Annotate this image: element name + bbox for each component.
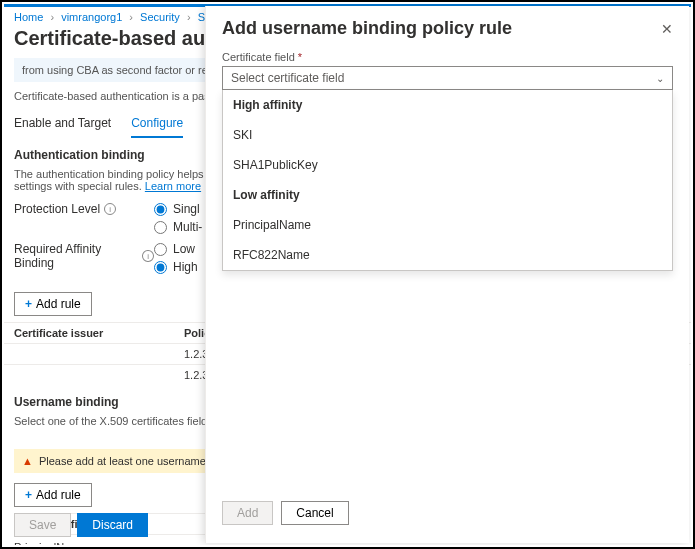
warning-icon: ▲ (22, 455, 33, 467)
chevron-right-icon: › (187, 11, 191, 23)
panel-cancel-button[interactable]: Cancel (281, 501, 348, 525)
dropdown-group-low: Low affinity (223, 180, 672, 210)
tab-enable-target[interactable]: Enable and Target (14, 110, 111, 138)
info-icon[interactable]: i (142, 250, 154, 262)
cert-field-dropdown: High affinity SKI SHA1PublicKey Low affi… (222, 90, 673, 271)
affinity-binding-label: Required Affinity Binding i (14, 242, 154, 270)
save-button: Save (14, 513, 71, 537)
learn-more-link[interactable]: Learn more (145, 180, 201, 192)
footer-actions: Save Discard (14, 513, 148, 537)
dropdown-item-ski[interactable]: SKI (223, 120, 672, 150)
plus-icon: + (25, 297, 32, 311)
username-add-rule-button[interactable]: + Add rule (14, 483, 92, 507)
tab-configure[interactable]: Configure (131, 110, 183, 138)
protection-level-label: Protection Level i (14, 202, 154, 216)
dropdown-item-principalname[interactable]: PrincipalName (223, 210, 672, 240)
auth-add-rule-button[interactable]: + Add rule (14, 292, 92, 316)
cert-field-label: Certificate field * (222, 51, 673, 63)
protection-multi-radio[interactable]: Multi- (154, 220, 202, 234)
affinity-high-radio[interactable]: High (154, 260, 198, 274)
protection-single-radio[interactable]: Singl (154, 202, 202, 216)
table-col-issuer: Certificate issuer (14, 327, 184, 339)
breadcrumb-security1[interactable]: Security (140, 11, 180, 23)
dropdown-item-sha1[interactable]: SHA1PublicKey (223, 150, 672, 180)
breadcrumb-org[interactable]: vimrangorg1 (61, 11, 122, 23)
chevron-right-icon: › (50, 11, 54, 23)
panel-title: Add username binding policy rule (222, 18, 512, 39)
close-icon[interactable]: ✕ (661, 21, 673, 37)
chevron-right-icon: › (129, 11, 133, 23)
info-icon[interactable]: i (104, 203, 116, 215)
affinity-low-radio[interactable]: Low (154, 242, 198, 256)
discard-button[interactable]: Discard (77, 513, 148, 537)
chevron-down-icon: ⌄ (656, 73, 664, 84)
breadcrumb-home[interactable]: Home (14, 11, 43, 23)
dropdown-group-high: High affinity (223, 90, 672, 120)
add-rule-panel: Add username binding policy rule ✕ Certi… (205, 6, 689, 543)
plus-icon: + (25, 488, 32, 502)
dropdown-item-rfc822[interactable]: RFC822Name (223, 240, 672, 270)
cert-field-select[interactable]: Select certificate field ⌄ (222, 66, 673, 90)
panel-add-button: Add (222, 501, 273, 525)
